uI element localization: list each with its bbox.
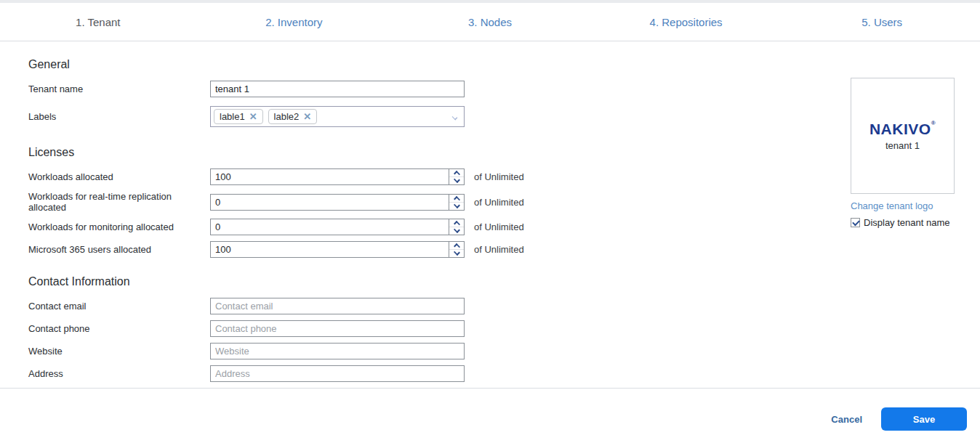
monitoring-field — [210, 219, 465, 235]
workloads-allocated-field — [210, 168, 465, 185]
contact-phone-label: Contact phone — [28, 323, 210, 334]
chevron-down-icon[interactable] — [451, 114, 458, 121]
logo-tenant-name: tenant 1 — [885, 140, 920, 151]
contact-heading: Contact Information — [28, 275, 980, 288]
remove-tag-icon[interactable]: ✕ — [249, 112, 257, 121]
workloads-allocated-row: Workloads allocated of Unlimited — [28, 168, 980, 185]
spinner — [449, 242, 464, 257]
m365-users-field — [210, 241, 465, 258]
spinner-down-icon[interactable] — [449, 250, 464, 257]
monitoring-label: Workloads for monitoring allocated — [28, 222, 210, 232]
nakivo-logo: NAKIVO® — [869, 121, 936, 137]
display-tenant-name-checkbox[interactable] — [851, 218, 860, 227]
website-input[interactable] — [210, 343, 465, 359]
display-tenant-name-label: Display tenant name — [864, 217, 950, 228]
address-row: Address — [28, 365, 980, 382]
label-tag: lable2 ✕ — [268, 109, 318, 124]
display-tenant-name-row: Display tenant name — [851, 217, 957, 228]
spinner — [449, 169, 464, 184]
footer-bar: Cancel Save — [0, 388, 980, 431]
label-tag-text: lable1 — [220, 111, 245, 122]
workloads-allocated-label: Workloads allocated — [28, 171, 210, 182]
website-label: Website — [28, 346, 210, 357]
save-button[interactable]: Save — [881, 407, 967, 431]
tenant-logo-preview: NAKIVO® tenant 1 — [851, 78, 955, 194]
step-repositories[interactable]: 4. Repositories — [588, 16, 784, 28]
spinner-down-icon[interactable] — [449, 177, 464, 184]
step-tenant[interactable]: 1. Tenant — [0, 16, 196, 28]
address-input[interactable] — [210, 365, 465, 382]
limit-suffix: of Unlimited — [474, 171, 524, 182]
step-inventory[interactable]: 2. Inventory — [196, 16, 393, 28]
tenant-name-row: Tenant name — [28, 81, 980, 97]
licenses-heading: Licenses — [28, 146, 980, 159]
contact-email-label: Contact email — [28, 301, 210, 312]
contact-phone-row: Contact phone — [28, 320, 980, 337]
m365-users-label: Microsoft 365 users allocated — [28, 244, 210, 255]
limit-suffix: of Unlimited — [474, 244, 524, 255]
contact-email-input[interactable] — [210, 298, 465, 314]
realtime-replication-label: Workloads for real-time replication allo… — [28, 191, 210, 213]
labels-multiselect[interactable]: lable1 ✕ lable2 ✕ — [210, 106, 465, 127]
website-row: Website — [28, 343, 980, 359]
cancel-button[interactable]: Cancel — [831, 414, 862, 425]
tenant-form: General Tenant name Labels lable1 ✕ labl… — [0, 42, 980, 388]
label-tag-text: lable2 — [274, 111, 300, 122]
m365-users-row: Microsoft 365 users allocated of Unlimit… — [28, 241, 980, 258]
spinner-down-icon[interactable] — [449, 227, 464, 235]
spinner-up-icon[interactable] — [449, 195, 464, 203]
tenant-logo-panel: NAKIVO® tenant 1 Change tenant logo Disp… — [851, 78, 957, 228]
wizard-steps: 1. Tenant 2. Inventory 3. Nodes 4. Repos… — [0, 3, 980, 41]
limit-suffix: of Unlimited — [474, 197, 524, 208]
monitoring-input[interactable] — [211, 219, 449, 235]
labels-row: Labels lable1 ✕ lable2 ✕ — [28, 106, 980, 127]
tenant-name-label: Tenant name — [28, 84, 210, 94]
change-tenant-logo-link[interactable]: Change tenant logo — [851, 200, 933, 211]
label-tag: lable1 ✕ — [214, 109, 263, 124]
remove-tag-icon[interactable]: ✕ — [303, 112, 311, 121]
spinner — [449, 195, 464, 210]
general-heading: General — [28, 58, 980, 71]
tenant-name-input[interactable] — [210, 81, 465, 97]
contact-phone-input[interactable] — [210, 320, 465, 337]
realtime-replication-field — [210, 194, 465, 211]
spinner-down-icon[interactable] — [449, 203, 464, 210]
step-nodes[interactable]: 3. Nodes — [392, 16, 588, 28]
labels-label: Labels — [28, 111, 210, 122]
limit-suffix: of Unlimited — [474, 222, 524, 232]
m365-users-input[interactable] — [211, 242, 449, 257]
realtime-replication-row: Workloads for real-time replication allo… — [28, 191, 980, 213]
realtime-replication-input[interactable] — [211, 195, 449, 210]
registered-mark: ® — [931, 120, 936, 126]
workloads-allocated-input[interactable] — [211, 169, 449, 184]
step-users[interactable]: 5. Users — [784, 16, 980, 28]
monitoring-row: Workloads for monitoring allocated of Un… — [28, 219, 980, 235]
spinner — [449, 219, 464, 235]
address-label: Address — [28, 368, 210, 379]
contact-email-row: Contact email — [28, 298, 980, 314]
